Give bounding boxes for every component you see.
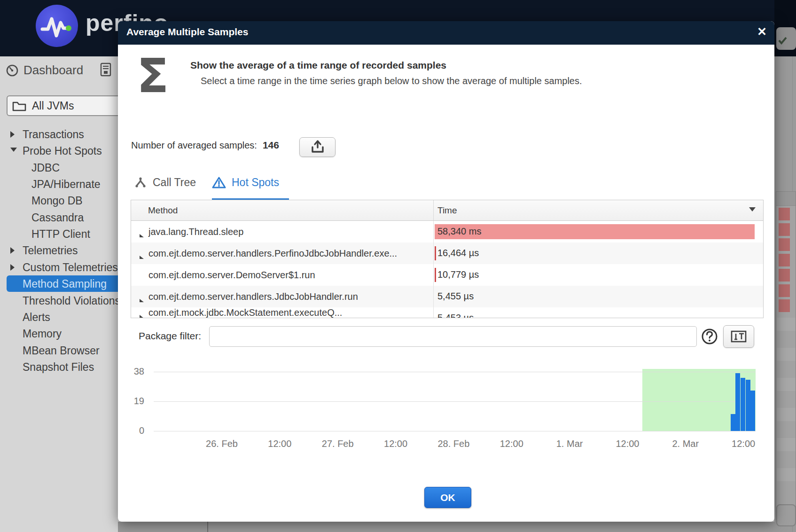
dimmed-panel-header: [776, 192, 796, 206]
gridline: [154, 401, 756, 402]
sidebar-item-label: Custom Telemetries: [23, 261, 118, 274]
sidebar-item-jdbc[interactable]: JDBC: [31, 160, 60, 176]
table-body: java.lang.Thread.sleep58,340 mscom.ejt.d…: [131, 221, 763, 318]
sidebar-item-transactions[interactable]: Transactions: [23, 127, 84, 142]
column-header-time[interactable]: Time: [433, 200, 763, 220]
time-value-bar: [435, 246, 436, 260]
y-axis-tick-label: 38: [122, 366, 144, 377]
dimmed-hotspots-panel: [776, 191, 796, 520]
help-button[interactable]: [701, 328, 718, 345]
method-cell: com.ejt.demo.server.handlers.PerfinoJdbc…: [131, 248, 433, 259]
sidebar-item-label: Threshold Violations: [23, 295, 120, 307]
display-options-button[interactable]: [723, 325, 754, 348]
method-name: com.ejt.demo.server.handlers.PerfinoJdbc…: [148, 248, 397, 258]
sidebar-tree: TransactionsProbe Hot SpotsJDBCJPA/Hiber…: [0, 0, 122, 532]
check-icon: [776, 33, 790, 47]
time-cell: 10,779 µs: [433, 264, 763, 286]
dialog-titlebar: Average Multiple Samples ✕: [118, 21, 774, 45]
chart-bar: [746, 380, 750, 431]
dimmed-table-row: [777, 318, 796, 331]
sidebar-item-memory[interactable]: Memory: [23, 326, 62, 342]
table-row[interactable]: java.lang.Thread.sleep58,340 ms: [131, 221, 763, 243]
sidebar-item-jpa-hibernate[interactable]: JPA/Hibernate: [31, 177, 101, 192]
sidebar-item-threshold-violations[interactable]: Threshold Violations: [23, 293, 120, 309]
x-axis-tick-label: 28. Feb: [428, 438, 479, 449]
dimmed-time-bar: [779, 208, 790, 220]
y-axis-tick-label: 19: [122, 396, 144, 407]
time-cell: 5,455 µs: [433, 286, 763, 307]
row-expand-icon[interactable]: [140, 234, 144, 237]
sort-descending-icon[interactable]: [749, 207, 756, 211]
column-header-method[interactable]: Method: [131, 200, 433, 220]
averaged-samples-label: Number of averaged samples:: [131, 140, 257, 151]
dimmed-time-bar: [779, 254, 790, 266]
x-axis-tick-label: 12:00: [718, 438, 769, 449]
table-row[interactable]: com.ejt.mock.jdbc.MockStatement.executeQ…: [131, 307, 763, 318]
time-series-chart[interactable]: 0193826. Feb12:0027. Feb12:0028. Feb12:0…: [118, 350, 774, 463]
dimmed-time-bar: [779, 223, 790, 236]
chart-bar: [741, 378, 745, 431]
sidebar-item-label: MBean Browser: [23, 344, 100, 357]
method-name: com.ejt.demo.server.handlers.JdbcJobHand…: [148, 291, 358, 302]
tree-expand-icon[interactable]: [10, 131, 15, 138]
time-value-bar: [435, 268, 436, 282]
sidebar-item-http-client[interactable]: HTTP Client: [31, 227, 90, 242]
sidebar-item-alerts[interactable]: Alerts: [23, 310, 50, 325]
tab-call-tree[interactable]: Call Tree: [134, 176, 196, 189]
call-tree-icon: [134, 177, 147, 189]
sidebar-item-method-sampling[interactable]: Method Sampling: [23, 276, 107, 292]
close-icon[interactable]: ✕: [757, 25, 767, 39]
averaged-samples-count: 146: [263, 140, 279, 151]
sidebar-item-mongo-db[interactable]: Mongo DB: [31, 193, 83, 209]
x-axis-tick-label: 12:00: [254, 438, 305, 449]
package-filter-input[interactable]: [209, 326, 697, 347]
dimmed-table-row: [777, 348, 796, 361]
dimmed-table-row: [777, 378, 796, 391]
sidebar-item-cassandra[interactable]: Cassandra: [31, 210, 84, 226]
time-value-bar: [435, 224, 755, 239]
sidebar-item-label: Alerts: [23, 311, 50, 324]
sidebar-item-label: Memory: [23, 328, 62, 340]
sidebar-item-label: Probe Hot Spots: [23, 145, 102, 157]
method-cell: java.lang.Thread.sleep: [131, 227, 433, 237]
time-cell: 16,464 µs: [433, 243, 763, 264]
column-header-time-label: Time: [437, 205, 457, 216]
dialog-subheading: Select a time range in the time series g…: [201, 76, 582, 86]
tree-expand-icon[interactable]: [10, 247, 15, 254]
sidebar-item-label: JDBC: [31, 162, 60, 174]
time-value: 16,464 µs: [437, 248, 479, 258]
table-row[interactable]: com.ejt.demo.server.handlers.JdbcJobHand…: [131, 286, 763, 307]
time-cell: 5,453 µs: [433, 307, 763, 318]
time-cell: 58,340 ms: [433, 221, 763, 243]
x-axis-tick-label: 27. Feb: [312, 438, 364, 449]
sidebar-item-telemetries[interactable]: Telemetries: [23, 243, 78, 258]
sidebar-item-custom-telemetries[interactable]: Custom Telemetries: [23, 260, 118, 275]
tab-hot-spots-label: Hot Spots: [232, 176, 279, 189]
row-expand-icon[interactable]: [140, 256, 144, 259]
tab-hot-spots[interactable]: Hot Spots: [212, 176, 279, 189]
sidebar-item-mbean-browser[interactable]: MBean Browser: [23, 343, 100, 359]
export-button[interactable]: [299, 137, 336, 157]
sidebar-item-label: Transactions: [23, 128, 84, 141]
table-row[interactable]: com.ejt.demo.server.DemoServer$1.run10,7…: [131, 264, 763, 286]
time-value: 5,455 µs: [437, 291, 474, 302]
dimmed-header-button: [776, 27, 796, 50]
dialog-title: Average Multiple Samples: [126, 26, 248, 38]
table-row[interactable]: com.ejt.demo.server.handlers.PerfinoJdbc…: [131, 243, 763, 264]
averaged-samples-row: Number of averaged samples: 146: [131, 140, 279, 151]
tab-call-tree-label: Call Tree: [153, 176, 196, 189]
ok-button[interactable]: OK: [424, 487, 471, 508]
tree-expand-icon[interactable]: [10, 264, 15, 271]
row-expand-icon[interactable]: [140, 299, 144, 302]
sidebar-item-label: Snapshot Files: [23, 361, 94, 374]
dimmed-table-row: [777, 408, 796, 421]
sidebar-item-probe-hot-spots[interactable]: Probe Hot Spots: [23, 143, 102, 159]
average-multiple-samples-dialog: Average Multiple Samples ✕ Σ Show the av…: [118, 21, 774, 522]
dialog-heading: Show the average of a time range of reco…: [190, 60, 446, 71]
row-expand-icon[interactable]: [140, 315, 144, 318]
chart-bar: [731, 414, 735, 431]
tree-collapse-icon[interactable]: [10, 148, 17, 152]
x-axis-tick-label: 12:00: [370, 438, 421, 449]
sidebar-item-snapshot-files[interactable]: Snapshot Files: [23, 360, 94, 375]
sidebar-item-label: Method Sampling: [23, 278, 107, 290]
